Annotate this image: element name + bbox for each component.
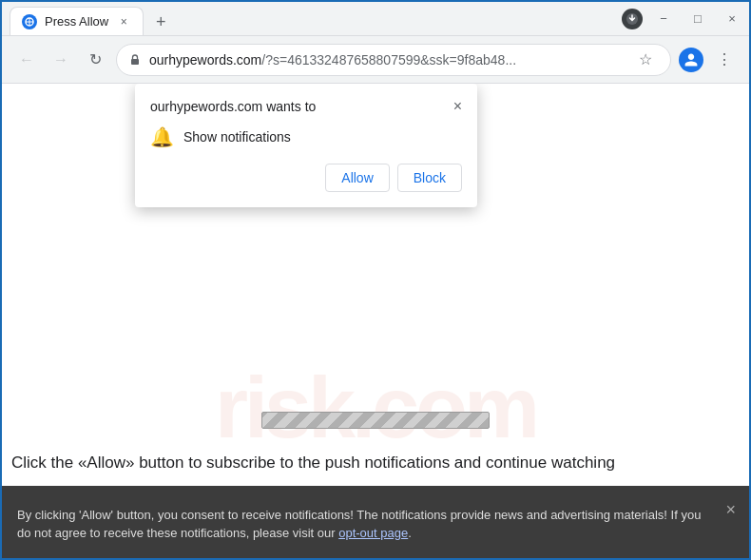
popup-title: ourhypewords.com wants to (150, 99, 316, 114)
address-bar[interactable]: ourhypewords.com/?s=461332487658807599&s… (116, 44, 671, 76)
new-tab-button[interactable]: + (147, 9, 174, 35)
watermark-text: risk.com (215, 359, 536, 457)
minimize-button[interactable]: − (654, 10, 673, 29)
close-button[interactable]: × (722, 10, 741, 29)
window-controls: − □ × (654, 10, 741, 29)
address-text: ourhypewords.com/?s=461332487658807599&s… (149, 52, 625, 68)
tab-favicon (22, 14, 37, 29)
consent-text: By clicking 'Allow' button, you consent … (17, 506, 711, 543)
bell-icon: 🔔 (150, 126, 174, 148)
back-button[interactable]: ← (13, 47, 40, 73)
notification-popup: ourhypewords.com wants to × 🔔 Show notif… (135, 84, 477, 207)
maximize-button[interactable]: □ (688, 10, 707, 29)
popup-buttons: Allow Block (150, 164, 462, 192)
tab-area: Press Allow × + (10, 2, 622, 35)
lock-icon (128, 53, 142, 67)
consent-close-button[interactable]: × (725, 497, 736, 523)
chrome-menu-icon[interactable]: ⋮ (711, 47, 738, 73)
chrome-download-icon[interactable] (622, 9, 643, 29)
addressbar: ← → ↻ ourhypewords.com/?s=46133248765880… (2, 36, 749, 84)
chrome-profile-button[interactable] (679, 48, 703, 72)
tab-title: Press Allow (45, 14, 108, 29)
bookmark-icon[interactable]: ☆ (632, 47, 659, 73)
tab-close-button[interactable]: × (116, 14, 131, 29)
consent-bar: By clicking 'Allow' button, you consent … (2, 486, 749, 560)
titlebar: Press Allow × + − □ × (2, 2, 749, 36)
active-tab[interactable]: Press Allow × (10, 7, 144, 35)
cta-text: Click the «Allow» button to subscribe to… (11, 454, 740, 473)
svg-rect-4 (131, 59, 139, 65)
popup-notification-row: 🔔 Show notifications (150, 126, 462, 148)
allow-button[interactable]: Allow (325, 164, 389, 192)
forward-button[interactable]: → (48, 47, 74, 73)
opt-out-link[interactable]: opt-out page (338, 526, 408, 540)
block-button[interactable]: Block (397, 164, 462, 192)
loading-bar-container (261, 412, 490, 429)
consent-end-text: . (408, 526, 412, 540)
main-content: ! risk.com ourhypewords.com wants to × 🔔… (2, 84, 749, 486)
loading-bar (261, 412, 490, 429)
refresh-button[interactable]: ↻ (82, 47, 108, 73)
popup-close-button[interactable]: × (453, 99, 462, 114)
popup-notification-text: Show notifications (183, 129, 291, 145)
popup-header: ourhypewords.com wants to × (150, 99, 462, 114)
